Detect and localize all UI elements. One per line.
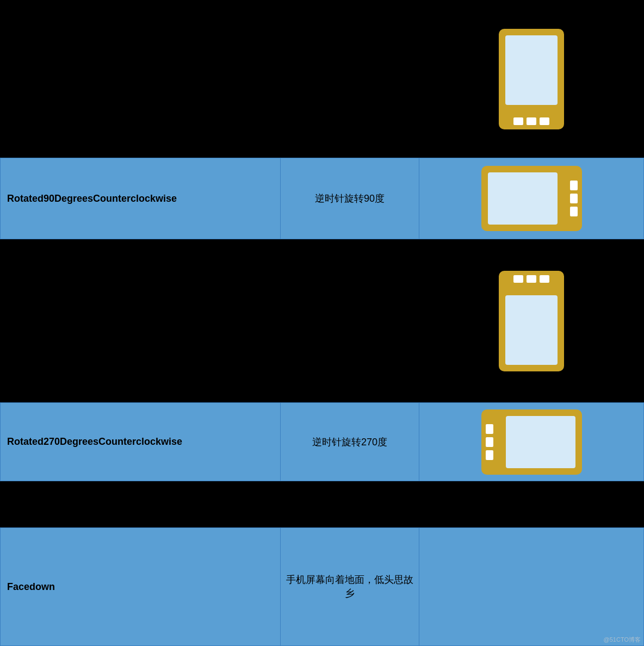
row-facedown: Facedown 手机屏幕向着地面，低头思故乡 — [0, 527, 644, 646]
phone-landscape90-icon — [481, 166, 582, 231]
phone-portrait-upright-icon — [499, 29, 564, 129]
row-portrait-upright — [0, 0, 644, 158]
row6-col2: 手机屏幕向着地面，低头思故乡 — [281, 528, 419, 645]
row4-col3 — [419, 403, 643, 481]
row6-chinese: 手机屏幕向着地面，低头思故乡 — [285, 573, 414, 600]
row6-col1: Facedown — [1, 528, 281, 645]
phone-landscape270-icon — [481, 409, 582, 475]
phone-portrait180-icon — [499, 271, 564, 371]
row4-chinese: 逆时针旋转270度 — [312, 436, 387, 449]
row6-col3 — [419, 528, 643, 645]
row1-col3 — [419, 0, 644, 158]
watermark: @51CTO博客 — [604, 636, 641, 644]
row4-col1: Rotated270DegreesCounterclockwise — [1, 403, 281, 481]
row-spacer — [0, 481, 644, 527]
row6-label: Facedown — [7, 581, 55, 593]
row-rotated270: Rotated270DegreesCounterclockwise 逆时针旋转2… — [0, 402, 644, 481]
row3-col2 — [280, 239, 419, 402]
row3-col3 — [419, 239, 644, 402]
row2-label: Rotated90DegreesCounterclockwise — [7, 193, 177, 204]
row4-label: Rotated270DegreesCounterclockwise — [7, 436, 182, 448]
row3-col1 — [0, 239, 280, 402]
table-container: Rotated90DegreesCounterclockwise 逆时针旋转90… — [0, 0, 644, 646]
row-rotated90: Rotated90DegreesCounterclockwise 逆时针旋转90… — [0, 158, 644, 239]
row4-col2: 逆时针旋转270度 — [281, 403, 419, 481]
row-portrait-180 — [0, 239, 644, 402]
row2-col1: Rotated90DegreesCounterclockwise — [1, 158, 281, 239]
row2-col3 — [419, 158, 643, 239]
row1-col2 — [280, 0, 419, 158]
row2-chinese: 逆时针旋转90度 — [315, 192, 385, 205]
row1-col1 — [0, 0, 280, 158]
row2-col2: 逆时针旋转90度 — [281, 158, 419, 239]
